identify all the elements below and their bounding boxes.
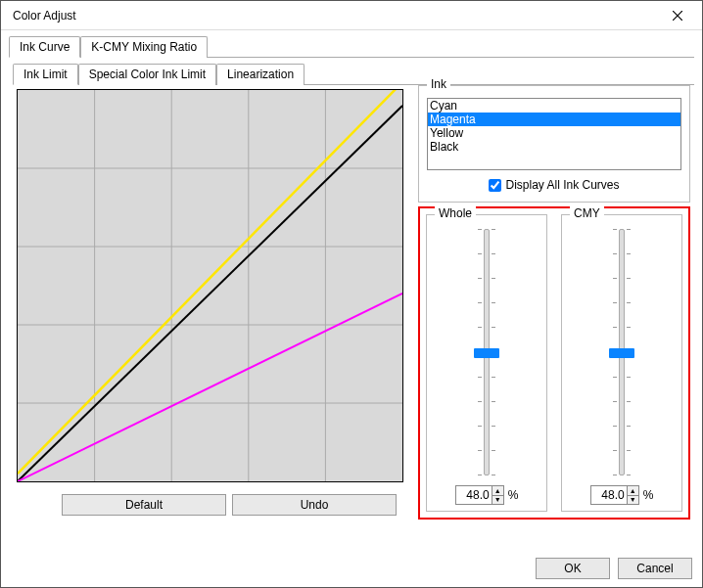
whole-slider-group: Whole bbox=[426, 214, 547, 512]
ink-item-cyan[interactable]: Cyan bbox=[428, 99, 680, 113]
ink-item-magenta[interactable]: Magenta bbox=[428, 113, 680, 126]
whole-slider-track[interactable] bbox=[484, 229, 490, 475]
outer-tabs: Ink Curve K-CMY Mixing Ratio bbox=[9, 36, 694, 58]
undo-button[interactable]: Undo bbox=[232, 494, 397, 516]
tab-ink-curve[interactable]: Ink Curve bbox=[9, 36, 80, 58]
whole-spinner-buttons: ▲ ▼ bbox=[492, 486, 503, 504]
display-all-checkbox-row[interactable]: Display All Ink Curves bbox=[427, 178, 681, 192]
cmy-title: CMY bbox=[570, 206, 604, 220]
whole-spin-down[interactable]: ▼ bbox=[492, 496, 503, 505]
cancel-button[interactable]: Cancel bbox=[618, 558, 692, 579]
whole-spin-up[interactable]: ▲ bbox=[492, 486, 503, 496]
cmy-spin-up[interactable]: ▲ bbox=[628, 486, 638, 496]
sliders-highlight-box: Whole bbox=[418, 206, 690, 520]
whole-slider-thumb[interactable] bbox=[474, 348, 499, 358]
ink-item-yellow[interactable]: Yellow bbox=[428, 126, 680, 140]
color-adjust-window: Color Adjust Ink Curve K-CMY Mixing Rati… bbox=[0, 0, 703, 588]
right-panel: Ink Cyan Magenta Yellow Black Display Al… bbox=[418, 85, 690, 520]
tab-ink-limit[interactable]: Ink Limit bbox=[13, 64, 78, 85]
cmy-value-input[interactable] bbox=[591, 486, 627, 504]
ok-button[interactable]: OK bbox=[536, 558, 610, 579]
ink-list[interactable]: Cyan Magenta Yellow Black bbox=[427, 98, 681, 170]
cmy-unit: % bbox=[643, 488, 654, 502]
graph-panel: Default Undo bbox=[13, 85, 414, 516]
ink-item-black[interactable]: Black bbox=[428, 140, 680, 154]
cmy-slider-track[interactable] bbox=[619, 229, 625, 475]
footer-buttons: OK Cancel bbox=[536, 558, 692, 579]
whole-slider-area bbox=[433, 225, 540, 479]
cmy-spinner[interactable]: ▲ ▼ bbox=[590, 485, 639, 505]
cmy-value-row: ▲ ▼ % bbox=[590, 485, 654, 505]
inner-tabs: Ink Limit Special Color Ink Limit Linear… bbox=[13, 64, 694, 85]
cmy-spin-down[interactable]: ▼ bbox=[628, 496, 638, 505]
tab-linearization[interactable]: Linearization bbox=[216, 64, 305, 85]
svg-line-11 bbox=[18, 106, 402, 481]
whole-unit: % bbox=[508, 488, 519, 502]
graph-svg bbox=[18, 90, 402, 481]
whole-title: Whole bbox=[435, 206, 476, 220]
close-button[interactable] bbox=[661, 2, 694, 29]
whole-value-input[interactable] bbox=[456, 486, 492, 504]
svg-line-12 bbox=[18, 294, 402, 481]
graph-buttons: Default Undo bbox=[62, 494, 414, 516]
tab-special-color-ink-limit[interactable]: Special Color Ink Limit bbox=[78, 64, 216, 85]
cmy-spinner-buttons: ▲ ▼ bbox=[627, 486, 638, 504]
whole-value-row: ▲ ▼ % bbox=[455, 485, 519, 505]
display-all-label: Display All Ink Curves bbox=[505, 178, 619, 192]
ink-group-title: Ink bbox=[427, 77, 450, 91]
svg-line-10 bbox=[18, 90, 402, 474]
cmy-slider-group: CMY bbox=[561, 214, 682, 512]
ink-groupbox: Ink Cyan Magenta Yellow Black Display Al… bbox=[418, 85, 690, 203]
whole-spinner[interactable]: ▲ ▼ bbox=[455, 485, 504, 505]
cmy-slider-area bbox=[568, 225, 676, 479]
default-button[interactable]: Default bbox=[62, 494, 226, 516]
display-all-checkbox[interactable] bbox=[489, 179, 501, 192]
content-area: Default Undo Ink Cyan Magenta Yellow Bla… bbox=[13, 85, 690, 538]
tab-k-cmy-mixing-ratio[interactable]: K-CMY Mixing Ratio bbox=[80, 36, 208, 58]
close-icon bbox=[673, 11, 682, 21]
cmy-slider-thumb[interactable] bbox=[609, 348, 634, 358]
ink-curve-graph bbox=[17, 89, 403, 482]
titlebar: Color Adjust bbox=[1, 1, 702, 30]
window-title: Color Adjust bbox=[13, 9, 76, 23]
